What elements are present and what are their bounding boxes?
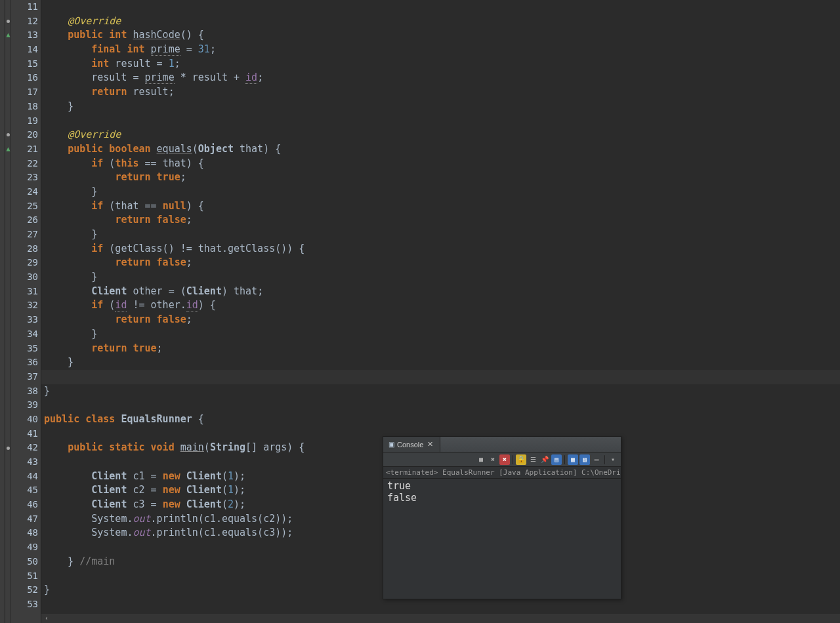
code-line[interactable]: return false; [41,313,840,327]
code-line[interactable]: public int hashCode() { [41,28,840,43]
line-number[interactable]: 18 [11,100,41,114]
remove-icon[interactable]: ✖ [488,454,498,465]
line-number[interactable]: 41 [11,427,41,441]
code-line[interactable]: } [41,327,840,342]
stop-icon[interactable]: ■ [476,454,486,465]
toolbar-separator [604,455,605,464]
line-number[interactable]: 12 [11,14,41,29]
console-output[interactable]: true false [383,479,621,599]
line-number[interactable]: 50 [11,555,41,569]
line-number[interactable]: 21▲ [11,142,41,157]
code-line[interactable]: if (this == that) { [41,157,840,171]
code-line[interactable]: @Override [41,14,840,29]
line-number[interactable]: 27 [11,228,41,242]
line-number[interactable]: 49 [11,540,41,555]
line-number[interactable]: 13▲ [11,28,41,43]
new-icon[interactable]: ▧ [579,454,590,465]
clear-icon[interactable]: ☰ [528,454,538,465]
line-number[interactable]: 20 [11,128,41,142]
line-number[interactable]: 45 [11,483,41,498]
code-line[interactable]: } [41,355,840,370]
line-number[interactable]: 25 [11,199,41,214]
line-number[interactable]: 51 [11,569,41,584]
line-number[interactable]: 17 [11,85,41,100]
code-line[interactable]: public boolean equals(Object that) { [41,142,840,157]
marker-strip [5,0,11,623]
remove-all-icon[interactable]: ✖ [499,454,510,465]
code-line[interactable] [41,597,840,612]
gutter-dot-icon [7,20,10,23]
line-number[interactable]: 30 [11,270,41,285]
line-number[interactable]: 33 [11,313,41,327]
scroll-left-icon[interactable]: ‹ [41,614,52,623]
code-line[interactable]: final int prime = 31; [41,43,840,57]
code-line[interactable]: if (that == null) { [41,199,840,214]
line-number[interactable]: 11 [11,0,41,14]
line-number[interactable]: 24 [11,185,41,199]
close-icon[interactable]: ✕ [426,440,434,449]
code-line[interactable]: } [41,228,840,242]
code-line[interactable] [41,114,840,129]
line-number[interactable]: 19 [11,114,41,129]
line-number[interactable]: 34 [11,327,41,342]
console-tab-label: Console [397,441,423,449]
open-icon[interactable]: ▦ [568,454,578,465]
line-number[interactable]: 35 [11,342,41,356]
line-number[interactable]: 16 [11,71,41,85]
line-number[interactable]: 47 [11,512,41,527]
line-number-gutter[interactable]: 111213▲1415161718192021▲2223242526272829… [11,0,41,623]
code-line[interactable]: Client other = (Client) that; [41,285,840,299]
line-number[interactable]: 53 [11,597,41,612]
line-number[interactable]: 40 [11,412,41,427]
pin-icon[interactable]: 📌 [539,454,550,465]
scroll-lock-icon[interactable]: 🔒 [516,454,526,465]
code-line[interactable]: if (getClass() != that.getClass()) { [41,242,840,256]
line-number[interactable]: 32 [11,298,41,313]
line-number[interactable]: 26 [11,213,41,228]
display-icon[interactable]: ▤ [551,454,562,465]
code-line[interactable]: if (id != other.id) { [41,298,840,313]
code-line[interactable]: result = prime * result + id; [41,71,840,85]
menu-icon[interactable]: ▾ [608,454,618,465]
line-number[interactable]: 43 [11,455,41,470]
line-number[interactable]: 22 [11,157,41,171]
line-number[interactable]: 28 [11,242,41,256]
line-number[interactable]: 46 [11,498,41,512]
code-line[interactable]: } [41,270,840,285]
line-number[interactable]: 36 [11,355,41,370]
line-number[interactable]: 52 [11,583,41,597]
code-line[interactable]: return true; [41,342,840,356]
code-line[interactable]: return false; [41,213,840,228]
line-number[interactable]: 31 [11,285,41,299]
code-line[interactable] [41,370,840,384]
code-line[interactable]: public class EqualsRunner { [41,412,840,427]
code-line[interactable]: } [41,100,840,114]
line-number[interactable]: 48 [11,526,41,540]
override-marker-icon[interactable]: ▲ [5,31,11,37]
toolbar-separator [513,455,513,464]
code-line[interactable] [41,0,840,14]
code-line[interactable]: } [41,384,840,399]
console-tab[interactable]: ▣ Console ✕ [383,437,440,452]
code-line[interactable]: return false; [41,256,840,270]
code-line[interactable]: } [41,185,840,199]
console-status: <terminated> EqualsRunner [Java Applicat… [383,467,621,479]
line-number[interactable]: 15 [11,57,41,71]
override-marker-icon[interactable]: ▲ [5,146,11,151]
code-line[interactable]: return true; [41,171,840,185]
line-number[interactable]: 44 [11,470,41,484]
line-number[interactable]: 37 [11,370,41,384]
code-line[interactable]: return result; [41,85,840,100]
line-number[interactable]: 14 [11,43,41,57]
line-number[interactable]: 39 [11,398,41,412]
horizontal-scrollbar[interactable]: ‹ [41,614,840,623]
line-number[interactable]: 42 [11,441,41,455]
code-line[interactable]: int result = 1; [41,57,840,71]
code-line[interactable] [41,398,840,412]
line-number[interactable]: 23 [11,171,41,185]
line-number[interactable]: 29 [11,256,41,270]
min-icon[interactable]: ▭ [591,454,602,465]
code-line[interactable]: @Override [41,128,840,142]
line-number[interactable]: 38 [11,384,41,399]
toolbar-separator [564,455,565,464]
